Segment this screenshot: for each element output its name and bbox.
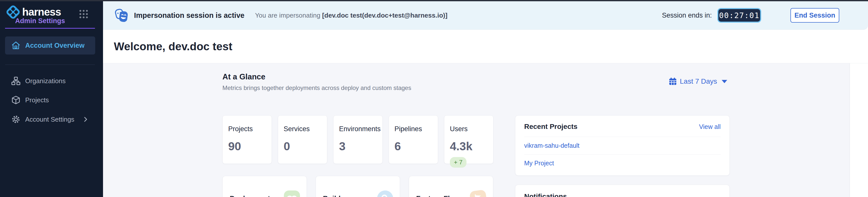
window-top-strip	[0, 0, 868, 1]
sidebar-item-label: Projects	[25, 96, 49, 104]
stat-label: Services	[284, 125, 327, 133]
impersonated-user: [dev.doc test(dev.doc+test@harness.io)]	[322, 11, 447, 19]
stat-label: Pipelines	[395, 125, 438, 133]
banner-session-group: Session ends in: 00:27:01 End Session	[662, 8, 839, 23]
stat-card-projects: Projects 90	[222, 115, 272, 164]
stat-value: 90	[228, 140, 272, 153]
content-area: At a Glance Metrics brings together depl…	[103, 63, 868, 197]
stat-value: 6	[395, 140, 438, 153]
module-card-feature-flags[interactable]: Feature Flags	[409, 176, 493, 197]
stats-row: Projects 90 Services 0 Environments 3 Pi…	[222, 115, 493, 164]
stat-card-services: Services 0	[278, 115, 327, 164]
module-card-deployments[interactable]: Deployments	[222, 176, 307, 197]
chevron-right-icon	[83, 116, 89, 122]
theater-masks-icon	[113, 7, 129, 24]
project-link[interactable]: vikram-sahu-default	[524, 137, 721, 155]
chevron-down-icon	[722, 80, 727, 83]
module-title: Feature Flags	[416, 195, 462, 197]
main-area: Impersonation session is active You are …	[103, 0, 868, 197]
recent-projects-title: Recent Projects	[524, 123, 578, 131]
session-timer: 00:27:01	[717, 8, 761, 23]
banner-message-text: You are impersonating	[255, 11, 320, 19]
organizations-icon	[11, 76, 21, 86]
sidebar-item-projects[interactable]: Projects	[5, 93, 95, 107]
module-title: Builds	[323, 195, 345, 197]
module-card-builds[interactable]: Builds	[316, 176, 400, 197]
impersonation-banner: Impersonation session is active You are …	[103, 1, 868, 30]
date-range-label: Last 7 Days	[680, 77, 717, 85]
app-grid-icon[interactable]	[79, 9, 89, 19]
scroll-gutter[interactable]	[849, 63, 868, 197]
recent-projects-card: Recent Projects View all vikram-sahu-def…	[515, 115, 730, 175]
brand-name: harness	[22, 6, 61, 18]
module-title: Deployments	[230, 195, 274, 197]
stat-card-pipelines: Pipelines 6	[389, 115, 438, 164]
glance-title: At a Glance	[222, 72, 411, 81]
stat-value: 3	[339, 140, 382, 153]
admin-settings-underline	[5, 28, 95, 29]
modules-row: Deployments Builds	[222, 176, 493, 197]
page-title: Welcome, dev.doc test	[114, 40, 232, 53]
calendar-icon	[669, 77, 677, 85]
end-session-button[interactable]: End Session	[790, 8, 839, 23]
session-ends-label: Session ends in:	[662, 11, 712, 19]
home-icon	[11, 41, 21, 50]
sidebar-divider	[5, 65, 95, 65]
welcome-strip: Welcome, dev.doc test	[103, 30, 868, 63]
stat-card-users: Users 4.3k + 7	[444, 115, 493, 164]
sidebar: harness Admin Settings Account Overview	[0, 0, 103, 197]
stat-label: Projects	[228, 125, 272, 133]
project-link[interactable]: My Project	[524, 155, 721, 172]
sidebar-item-label: Account Settings	[25, 116, 74, 123]
projects-cube-icon	[11, 95, 21, 105]
banner-message: You are impersonating [dev.doc test(dev.…	[255, 11, 447, 19]
sidebar-item-label: Organizations	[25, 77, 65, 85]
sidebar-item-account-overview[interactable]: Account Overview	[5, 36, 95, 54]
stat-label: Users	[450, 125, 493, 133]
glance-header: At a Glance Metrics brings together depl…	[222, 72, 411, 91]
stat-value: 4.3k	[450, 140, 493, 153]
stat-label: Environments	[339, 125, 382, 133]
harness-admin-page: harness Admin Settings Account Overview	[0, 0, 868, 197]
builds-icon	[377, 191, 393, 197]
recent-projects-header: Recent Projects View all	[524, 123, 721, 137]
notifications-title: Notifications	[524, 193, 721, 197]
sidebar-item-account-settings[interactable]: Account Settings	[5, 112, 95, 127]
notifications-card: Notifications	[515, 185, 730, 197]
stat-card-environments: Environments 3	[333, 115, 383, 164]
view-all-link[interactable]: View all	[699, 123, 721, 130]
sidebar-item-organizations[interactable]: Organizations	[5, 74, 95, 88]
glance-subtitle: Metrics brings together deployments acro…	[222, 84, 411, 91]
users-growth-badge: + 7	[450, 157, 466, 168]
banner-title: Impersonation session is active	[134, 11, 244, 19]
feature-flags-icon	[469, 190, 487, 197]
stat-value: 0	[284, 140, 327, 153]
gear-icon	[11, 115, 21, 124]
deployments-icon	[284, 191, 300, 197]
date-range-selector[interactable]: Last 7 Days	[669, 77, 727, 85]
admin-settings-label: Admin Settings	[15, 17, 65, 25]
sidebar-item-label: Account Overview	[25, 42, 85, 49]
